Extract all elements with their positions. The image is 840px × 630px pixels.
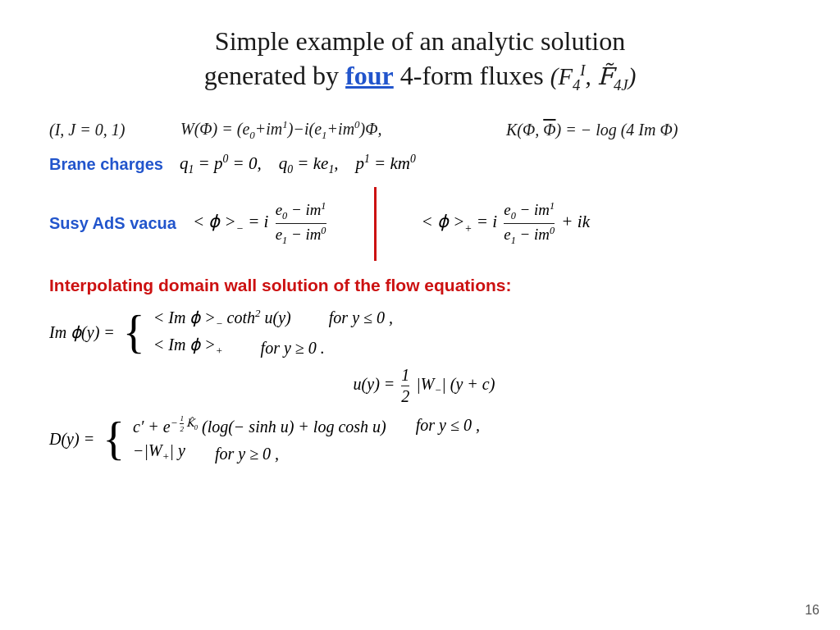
red-divider <box>374 187 377 261</box>
phi-minus: < ϕ >− = i e0 − im1 e1 − im0 <box>193 200 329 247</box>
case-2: < Im ϕ >+ for y ≥ 0 . <box>153 335 393 358</box>
IJ-definition: (I, J = 0, 1) <box>49 121 148 139</box>
interpolating-label: Interpolating domain wall solution of th… <box>49 276 799 295</box>
piecewise-cases-1: < Im ϕ >− coth2 u(y) for y ≤ 0 , < Im ϕ … <box>153 307 393 358</box>
title-line1: Simple example of an analytic solution <box>41 25 799 59</box>
math-line-1: (I, J = 0, 1) W(Φ) = (e0+im1)−i(e1+im0)Φ… <box>41 118 799 142</box>
susy-ads-row: Susy AdS vacua < ϕ >− = i e0 − im1 e1 − … <box>41 187 799 261</box>
slide: Simple example of an analytic solution g… <box>0 0 840 630</box>
left-brace-2: { <box>103 416 125 462</box>
page-number: 16 <box>805 603 819 618</box>
slide-title: Simple example of an analytic solution g… <box>41 25 799 95</box>
case-4: −|W+| y for y ≥ 0 , <box>133 441 480 463</box>
case-3: c′ + e−12K̂0 (log(− sinh u) + log cosh u… <box>133 414 480 436</box>
brane-charges-row: Brane charges q1 = p0 = 0, q0 = ke1, p1 … <box>41 153 799 176</box>
brane-charges-label: Brane charges <box>49 155 163 174</box>
flux-notation: (F4I, F̃4J) <box>550 63 636 89</box>
phi-plus: < ϕ >+ = i e0 − im1 e1 − im0 + ik <box>422 200 590 247</box>
W-formula: W(Φ) = (e0+im1)−i(e1+im0)Φ, <box>180 118 473 142</box>
susy-ads-label: Susy AdS vacua <box>49 214 176 233</box>
piecewise-cases-2: c′ + e−12K̂0 (log(− sinh u) + log cosh u… <box>133 414 480 463</box>
D-piecewise: D(y) = { c′ + e−12K̂0 (log(− sinh u) + l… <box>49 414 799 463</box>
susy-content: < ϕ >− = i e0 − im1 e1 − im0 < ϕ >+ = i … <box>176 187 590 261</box>
brane-charges-formula: q1 = p0 = 0, q0 = ke1, p1 = km0 <box>180 153 416 176</box>
title-line2: generated by four 4-form fluxes (F4I, F̃… <box>41 59 799 95</box>
im-phi-piecewise: Im ϕ(y) = { < Im ϕ >− coth2 u(y) for y ≤… <box>49 307 799 358</box>
case-1: < Im ϕ >− coth2 u(y) for y ≤ 0 , <box>153 307 393 331</box>
K-formula: K(Φ, Φ) = − log (4 Im Φ) <box>506 121 799 139</box>
left-brace-1: { <box>123 309 145 355</box>
u-formula: u(y) = 1 2 |W−| (y + c) <box>41 366 799 406</box>
